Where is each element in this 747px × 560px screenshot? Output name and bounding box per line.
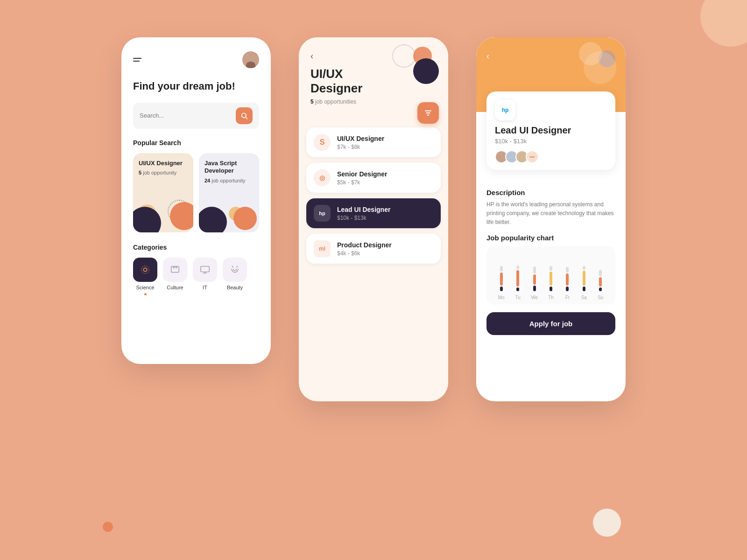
bar-fr (559, 259, 576, 291)
it-icon-box (193, 258, 217, 282)
applicant-avatars: ••• (495, 150, 607, 163)
phone2-decoration (395, 44, 441, 86)
phone3-content: hp Lead UI Designer $10k - $13k ••• (476, 91, 626, 181)
label-su: Su (592, 295, 609, 300)
job-list: S UI/UX Designer $7k - $8k ◎ Senior Desi… (299, 114, 448, 271)
bar-su (592, 259, 609, 291)
back-button-phone2[interactable]: ‹ (310, 51, 313, 61)
header-deco-2 (584, 51, 616, 84)
job-card-1-title: UI/UX Designer (337, 135, 433, 142)
svg-point-3 (141, 266, 149, 273)
job-card-2-info: Senior Designer $5k - $7k (337, 170, 433, 186)
bar-sa (576, 259, 592, 291)
phone-3-job-detail: ‹ hp Lead UI Designer $10k - $13k ••• (476, 37, 626, 401)
phone-2-job-list: ‹ UI/UXDesigner 5 job opportunities (299, 37, 448, 401)
description-text: HP is the world's leading personal syste… (486, 200, 615, 227)
chart-bars (493, 254, 609, 291)
chart-section: Job popularity chart (476, 234, 626, 305)
job-card-3-info: Lead UI Designer $10k - $13k (337, 206, 433, 221)
popular-card-1-title: UI/UX Designer (139, 160, 188, 168)
job-card-product[interactable]: mi Product Designer $4k - $6k (306, 234, 441, 264)
job-card-uiux[interactable]: S UI/UX Designer $7k - $8k (306, 127, 441, 157)
filter-button[interactable] (417, 102, 439, 124)
beauty-icon-box (223, 258, 247, 282)
label-we: We (526, 295, 543, 300)
culture-label: Culture (167, 285, 183, 290)
apply-for-job-button[interactable]: Apply for job (486, 312, 615, 335)
category-science[interactable]: Science (133, 258, 157, 295)
company-logo: hp (495, 100, 515, 120)
search-bar (133, 103, 259, 129)
popular-card-1-subtitle: 5 job opportunity (139, 170, 188, 175)
categories-grid: Science Culture IT (133, 258, 259, 295)
description-title: Description (486, 189, 615, 196)
label-tu: Tu (509, 295, 526, 300)
more-applicants: ••• (526, 150, 539, 163)
job-card-2-title: Senior Designer (337, 170, 433, 178)
chart-container: Mo Tu We Th Fr Sa Su (486, 246, 615, 305)
job-card-3-title: Lead UI Designer (337, 206, 433, 213)
science-label: Science (136, 285, 154, 290)
job-count: 5 job opportunities (310, 98, 437, 105)
popular-cards: UI/UX Designer 5 job opportunity Java Sc… (133, 153, 259, 232)
search-button[interactable] (236, 107, 253, 124)
back-button-phone3[interactable]: ‹ (486, 51, 489, 61)
chart-title: Job popularity chart (486, 234, 615, 242)
category-culture[interactable]: Culture (163, 258, 187, 295)
it-label: IT (203, 285, 207, 290)
categories-section-label: Categories (133, 244, 259, 251)
card1-decoration (133, 190, 193, 232)
job-card-3-salary: $10k - $13k (337, 215, 433, 221)
deco-circle-bottom-left (103, 522, 113, 532)
job-card-4-info: Product Designer $4k - $6k (337, 241, 433, 257)
job-detail-salary: $10k - $13k (495, 138, 607, 145)
science-icon-box (133, 258, 157, 282)
phones-wrapper: Find your dream job! Popular Search UI/U… (0, 0, 747, 401)
popular-section-label: Popular Search (133, 139, 259, 147)
job-card-lead-selected[interactable]: hp Lead UI Designer $10k - $13k (306, 198, 441, 228)
page-title: Find your dream job! (133, 80, 259, 93)
description-section: Description HP is the world's leading pe… (476, 189, 626, 227)
job-card-1-salary: $7k - $8k (337, 144, 433, 150)
bar-we (526, 259, 543, 291)
label-mo: Mo (493, 295, 509, 300)
deco-circle-bottom-right (593, 509, 621, 537)
hp-logo-dark: hp (314, 205, 331, 222)
svg-point-2 (143, 268, 147, 271)
job-card-senior[interactable]: ◎ Senior Designer $5k - $7k (306, 163, 441, 193)
notification-dot (255, 51, 259, 55)
beauty-label: Beauty (227, 285, 243, 290)
vodafone-logo: ◎ (314, 169, 331, 186)
svg-rect-5 (201, 266, 209, 272)
chart-day-labels: Mo Tu We Th Fr Sa Su (493, 295, 609, 300)
phone-1-job-search: Find your dream job! Popular Search UI/U… (121, 37, 271, 364)
label-fr: Fr (559, 295, 576, 300)
popular-card-uiux[interactable]: UI/UX Designer 5 job opportunity (133, 153, 193, 232)
card2-decoration (199, 190, 259, 232)
user-avatar[interactable] (242, 51, 259, 68)
samsung-logo: S (314, 134, 331, 151)
company-card: hp Lead UI Designer $10k - $13k ••• (486, 91, 615, 170)
category-beauty[interactable]: Beauty (223, 258, 247, 295)
culture-icon-box (163, 258, 187, 282)
popular-card-2-title: Java Script Developer (204, 160, 254, 175)
job-card-4-salary: $4k - $6k (337, 250, 433, 257)
label-th: Th (543, 295, 559, 300)
svg-line-1 (246, 117, 247, 119)
job-detail-title: Lead UI Designer (495, 125, 607, 136)
job-card-2-salary: $5k - $7k (337, 179, 433, 186)
menu-icon[interactable] (133, 58, 141, 62)
job-card-1-info: UI/UX Designer $7k - $8k (337, 135, 433, 150)
bar-mo (493, 259, 509, 291)
label-sa: Sa (576, 295, 592, 300)
bar-tu (509, 259, 526, 291)
category-it[interactable]: IT (193, 258, 217, 295)
mi-logo: mi (314, 240, 331, 257)
phone1-header (133, 51, 259, 68)
bar-th (543, 259, 559, 291)
popular-card-javascript[interactable]: Java Script Developer 24 job opportunity (199, 153, 259, 232)
search-input[interactable] (140, 112, 236, 119)
science-active-dot (144, 293, 147, 295)
phone2-header: ‹ UI/UXDesigner 5 job opportunities (299, 37, 448, 114)
job-card-4-title: Product Designer (337, 241, 433, 249)
